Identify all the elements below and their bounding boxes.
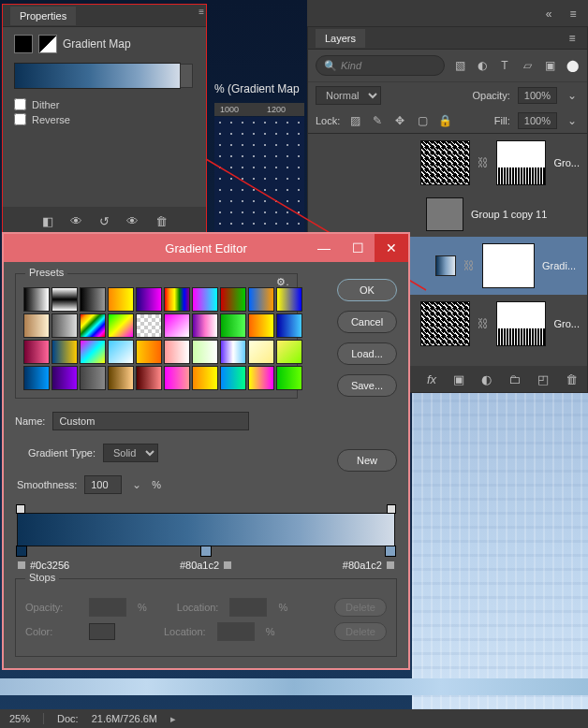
- lock-all-icon[interactable]: 🔒: [437, 113, 452, 128]
- preset-swatch[interactable]: [248, 313, 274, 338]
- preset-swatch[interactable]: [192, 366, 218, 390]
- preset-swatch[interactable]: [192, 287, 218, 312]
- color-stop[interactable]: [16, 546, 27, 557]
- group-icon[interactable]: 🗀: [508, 372, 521, 386]
- dropdown-icon[interactable]: ⌄: [565, 113, 580, 128]
- panel-menu-icon[interactable]: ≡: [566, 7, 581, 22]
- fill-value[interactable]: 100%: [518, 112, 557, 129]
- preset-swatch[interactable]: [23, 313, 50, 338]
- dither-checkbox[interactable]: Dither: [14, 98, 195, 110]
- delete-layer-icon[interactable]: 🗑: [566, 372, 578, 386]
- color-stop[interactable]: [200, 546, 212, 557]
- opacity-value[interactable]: 100%: [518, 87, 557, 104]
- preset-swatch[interactable]: [108, 313, 134, 338]
- properties-tab[interactable]: Properties: [10, 7, 76, 25]
- blend-mode-select[interactable]: Normal: [316, 86, 381, 105]
- preset-swatch[interactable]: [164, 366, 190, 390]
- preset-swatch[interactable]: [192, 340, 218, 364]
- preset-swatch[interactable]: [23, 340, 50, 364]
- name-input[interactable]: [52, 412, 249, 430]
- lock-position-icon[interactable]: ✥: [392, 113, 407, 128]
- preset-swatch[interactable]: [164, 287, 190, 312]
- layer-name[interactable]: Gro...: [553, 318, 580, 329]
- filter-adjust-icon[interactable]: ◐: [475, 58, 490, 73]
- preset-swatch[interactable]: [136, 313, 162, 338]
- preset-swatch[interactable]: [80, 313, 106, 338]
- mask-icon[interactable]: [38, 35, 57, 53]
- preset-swatch[interactable]: [51, 366, 78, 390]
- layer-name[interactable]: Gradi...: [542, 260, 576, 271]
- layer-filter-kind[interactable]: 🔍 Kind: [316, 55, 445, 76]
- filter-shape-icon[interactable]: ▱: [520, 58, 535, 73]
- pencil-icon[interactable]: [386, 561, 395, 570]
- layer-adjustment-thumb[interactable]: [435, 255, 456, 276]
- preset-swatch[interactable]: [192, 313, 218, 338]
- presets-gear-icon[interactable]: ⚙.: [274, 276, 291, 288]
- preset-swatch[interactable]: [248, 287, 274, 312]
- color-stop[interactable]: [385, 546, 396, 557]
- visibility-icon[interactable]: 👁: [126, 214, 139, 228]
- load-button[interactable]: Load...: [337, 342, 397, 365]
- preset-swatch[interactable]: [276, 313, 302, 338]
- cancel-button[interactable]: Cancel: [337, 311, 397, 333]
- dropdown-icon[interactable]: ⌄: [129, 477, 144, 492]
- lock-transparency-icon[interactable]: ▨: [347, 113, 362, 128]
- filter-type-icon[interactable]: T: [497, 58, 512, 73]
- document-tab[interactable]: % (Gradient Map: [214, 82, 300, 95]
- layer-thumb[interactable]: [426, 197, 463, 231]
- layer-row[interactable]: Group 1 copy 11: [308, 192, 587, 237]
- smoothness-input[interactable]: [84, 475, 122, 494]
- close-button[interactable]: ✕: [375, 234, 408, 262]
- preset-swatch[interactable]: [248, 340, 274, 364]
- new-button[interactable]: New: [337, 449, 397, 472]
- fx-menu-icon[interactable]: fx: [427, 372, 436, 386]
- preset-swatch[interactable]: [108, 287, 134, 312]
- preset-swatch[interactable]: [108, 340, 134, 364]
- filter-toggle-icon[interactable]: ⬤: [565, 58, 580, 73]
- reset-icon[interactable]: ↺: [99, 214, 110, 228]
- preset-swatch[interactable]: [164, 313, 190, 338]
- delete-icon[interactable]: 🗑: [155, 214, 168, 228]
- panel-menu-icon[interactable]: ≡: [565, 31, 580, 46]
- pencil-icon[interactable]: [17, 561, 26, 570]
- zoom-level[interactable]: 25%: [9, 713, 44, 724]
- preset-swatch[interactable]: [248, 366, 274, 390]
- preset-swatch[interactable]: [136, 366, 162, 390]
- reverse-checkbox[interactable]: Reverse: [14, 113, 195, 125]
- opacity-stop[interactable]: [387, 504, 396, 514]
- dialog-titlebar[interactable]: Gradient Editor — ☐ ✕: [4, 234, 408, 262]
- preset-swatch[interactable]: [51, 340, 78, 364]
- adjustment-icon[interactable]: ◐: [481, 372, 492, 386]
- panel-menu-icon[interactable]: ≡: [198, 7, 204, 17]
- opacity-stop[interactable]: [16, 504, 25, 514]
- preset-swatch[interactable]: [276, 287, 302, 312]
- gradient-preview[interactable]: [14, 63, 181, 89]
- lock-image-icon[interactable]: ✎: [370, 113, 385, 128]
- layer-name[interactable]: Group 1 copy 11: [471, 209, 547, 220]
- filter-pixel-icon[interactable]: ▧: [452, 58, 467, 73]
- preset-swatch[interactable]: [136, 340, 162, 364]
- view-previous-icon[interactable]: 👁: [70, 214, 82, 228]
- preset-swatch[interactable]: [23, 366, 50, 390]
- clip-icon[interactable]: ◧: [42, 214, 53, 228]
- preset-swatch[interactable]: [164, 340, 190, 364]
- layer-name[interactable]: Gro...: [553, 157, 580, 168]
- maximize-button[interactable]: ☐: [341, 234, 375, 262]
- status-menu-icon[interactable]: ▸: [170, 713, 176, 725]
- gradient-bar[interactable]: [17, 513, 395, 546]
- preset-swatch[interactable]: [23, 287, 50, 312]
- layers-tab[interactable]: Layers: [316, 29, 365, 48]
- preset-swatch[interactable]: [220, 340, 246, 364]
- preset-swatch[interactable]: [51, 287, 78, 312]
- preset-swatch[interactable]: [80, 340, 106, 364]
- new-layer-icon[interactable]: ◰: [537, 372, 549, 386]
- adjustment-icon[interactable]: [14, 35, 33, 53]
- preset-swatch[interactable]: [276, 340, 302, 364]
- lock-artboard-icon[interactable]: ▢: [415, 113, 430, 128]
- preset-swatch[interactable]: [51, 313, 78, 338]
- dropdown-icon[interactable]: ⌄: [565, 88, 580, 103]
- preset-swatch[interactable]: [136, 287, 162, 312]
- filter-smart-icon[interactable]: ▣: [542, 58, 557, 73]
- layer-mask-thumb[interactable]: [496, 140, 546, 185]
- preset-swatch[interactable]: [80, 366, 106, 390]
